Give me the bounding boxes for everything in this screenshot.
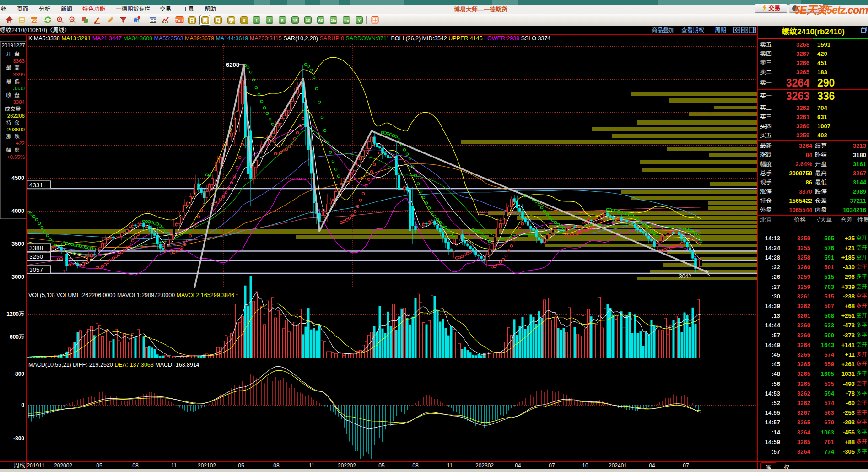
svg-text:203600: 203600 — [7, 127, 25, 132]
svg-text:11: 11 — [447, 462, 453, 469]
svg-text:成交量: 成交量 — [5, 106, 21, 112]
svg-text:收 盘: 收 盘 — [6, 92, 19, 98]
svg-text:202401: 202401 — [609, 462, 627, 469]
svg-text:3250: 3250 — [29, 253, 43, 260]
svg-text:+0.65%: +0.65% — [7, 154, 25, 160]
svg-text:最 低: 最 低 — [6, 79, 20, 84]
svg-text:800: 800 — [15, 371, 24, 377]
svg-text:3384: 3384 — [13, 99, 25, 105]
svg-text:-800: -800 — [13, 435, 24, 442]
svg-text:3399: 3399 — [13, 72, 25, 77]
svg-text:202202: 202202 — [338, 462, 356, 469]
svg-text:3500: 3500 — [11, 241, 24, 247]
svg-text:05: 05 — [378, 462, 385, 469]
svg-text:11: 11 — [309, 462, 315, 469]
svg-text:07: 07 — [683, 462, 689, 469]
svg-text:4331: 4331 — [29, 182, 43, 189]
svg-text:3363: 3363 — [13, 58, 25, 64]
svg-text:11: 11 — [171, 462, 177, 469]
svg-text:08: 08 — [132, 462, 139, 469]
svg-text:1200万: 1200万 — [6, 311, 24, 317]
svg-text:600万: 600万 — [10, 334, 24, 340]
svg-text:F10: F10 — [31, 18, 38, 22]
svg-text:+22: +22 — [16, 141, 25, 146]
svg-text:08: 08 — [412, 462, 419, 469]
svg-text:202002: 202002 — [54, 462, 72, 469]
svg-text:0: 0 — [21, 402, 24, 408]
svg-text:10: 10 — [582, 462, 588, 469]
svg-text:3388: 3388 — [29, 244, 43, 251]
svg-text:3330: 3330 — [13, 86, 25, 91]
svg-text:05: 05 — [238, 462, 244, 469]
svg-text:04: 04 — [649, 462, 655, 469]
svg-text:3000: 3000 — [11, 274, 24, 280]
svg-text:Tick: Tick — [176, 18, 184, 23]
svg-text:4000: 4000 — [11, 208, 24, 214]
svg-text:262206: 262206 — [7, 113, 25, 119]
svg-text:20191227: 20191227 — [1, 43, 25, 48]
svg-text:05: 05 — [96, 462, 102, 469]
svg-text:3042: 3042 — [679, 273, 691, 280]
svg-text:持 仓: 持 仓 — [6, 120, 20, 125]
svg-text:4500: 4500 — [11, 175, 24, 181]
svg-text:202102: 202102 — [198, 462, 216, 469]
svg-text:201911: 201911 — [27, 462, 44, 469]
svg-text:MACD(10,55,21) DIFF:-219.2520: MACD(10,55,21) DIFF:-219.2520 DEA:-137.3… — [28, 362, 199, 368]
svg-text:04: 04 — [515, 462, 521, 469]
svg-text:K MA5:3338 MA13:3291 MA21:3447: K MA5:3338 MA13:3291 MA21:3447 MA34:3608… — [28, 35, 552, 42]
svg-text:3057: 3057 — [29, 266, 43, 273]
svg-text:6208: 6208 — [226, 61, 239, 68]
svg-text:VOL(5,13) VOLUME:262206.0000 M: VOL(5,13) VOLUME:262206.0000 MAVOL1:2909… — [28, 292, 234, 298]
svg-text:08: 08 — [273, 462, 280, 469]
svg-text:开 盘: 开 盘 — [6, 51, 19, 57]
svg-text:幅 度: 幅 度 — [6, 147, 20, 153]
svg-text:周线: 周线 — [14, 462, 26, 469]
svg-text:最 高: 最 高 — [6, 65, 19, 71]
svg-text:07: 07 — [549, 462, 555, 469]
svg-text:202302: 202302 — [475, 462, 494, 469]
svg-text:涨 跌: 涨 跌 — [6, 134, 20, 139]
